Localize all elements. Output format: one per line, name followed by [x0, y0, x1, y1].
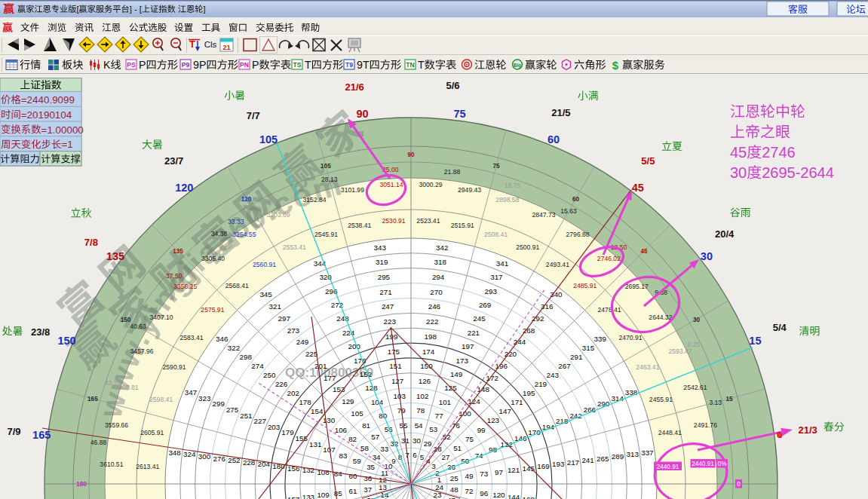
svg-text:147: 147	[499, 407, 511, 415]
svg-text:2593.47: 2593.47	[668, 347, 692, 355]
svg-text:169: 169	[537, 462, 549, 470]
svg-text:53: 53	[429, 425, 437, 433]
svg-text:2898.58: 2898.58	[495, 196, 519, 204]
svg-text:2515.91: 2515.91	[451, 222, 474, 229]
svg-text:251: 251	[240, 412, 252, 420]
svg-text:33: 33	[380, 445, 388, 453]
svg-text:27: 27	[441, 453, 449, 461]
svg-text:T9: T9	[345, 61, 353, 69]
svg-text:2746.02: 2746.02	[597, 255, 621, 262]
svg-text:224: 224	[342, 329, 355, 337]
svg-text:34: 34	[373, 453, 381, 461]
svg-text:176: 176	[354, 357, 367, 365]
svg-text:322: 322	[228, 344, 240, 352]
svg-text:Big: Big	[514, 63, 522, 69]
svg-text:171: 171	[511, 398, 523, 406]
svg-text:54: 54	[415, 421, 423, 430]
svg-text:]: ]	[203, 5, 205, 14]
svg-text:219: 219	[535, 380, 547, 388]
svg-text:2644.32: 2644.32	[649, 314, 672, 321]
svg-text:21/5: 21/5	[551, 107, 570, 118]
svg-text:340: 340	[550, 290, 563, 298]
svg-text:2523.41: 2523.41	[416, 217, 440, 225]
svg-text:0: 0	[737, 481, 741, 488]
svg-text:2440.91: 2440.91	[692, 461, 714, 467]
svg-text:198: 198	[425, 332, 437, 341]
svg-text:339: 339	[594, 335, 606, 343]
svg-text:135: 135	[173, 248, 183, 255]
svg-text:203: 203	[268, 423, 281, 431]
svg-text:178: 178	[299, 398, 311, 406]
svg-text:2440.91: 2440.91	[657, 464, 679, 470]
svg-text:15: 15	[749, 335, 761, 347]
svg-text:120: 120	[241, 196, 252, 203]
svg-text:90: 90	[356, 108, 368, 120]
svg-text:317: 317	[490, 273, 502, 281]
svg-text:97: 97	[495, 468, 503, 476]
svg-text:3152.84: 3152.84	[303, 196, 327, 204]
svg-text:21/6: 21/6	[345, 81, 364, 93]
svg-text:9P: 9P	[193, 59, 206, 71]
svg-text:45: 45	[632, 182, 644, 194]
svg-text:150: 150	[57, 335, 75, 347]
svg-text:2491.76: 2491.76	[694, 421, 717, 429]
svg-text:133: 133	[302, 493, 315, 499]
svg-text:267: 267	[558, 362, 570, 370]
svg-text:15: 15	[726, 396, 734, 403]
svg-text:299: 299	[213, 400, 225, 408]
svg-text:289: 289	[612, 452, 624, 461]
svg-text:297: 297	[278, 314, 290, 323]
svg-text:=20190104: =20190104	[21, 109, 72, 121]
svg-text:3254.55: 3254.55	[232, 231, 256, 238]
svg-text:180: 180	[76, 481, 87, 488]
svg-text:109: 109	[317, 491, 329, 499]
svg-text:35: 35	[367, 463, 375, 471]
svg-text:126: 126	[419, 377, 431, 385]
svg-text:$: $	[612, 59, 619, 72]
svg-text:246: 246	[428, 302, 441, 311]
svg-text:7/7: 7/7	[247, 110, 260, 121]
svg-text:PN: PN	[240, 61, 249, 69]
svg-text:=1: =1	[61, 139, 72, 150]
svg-text:2746: 2746	[762, 144, 795, 161]
svg-text:321: 321	[269, 302, 281, 311]
svg-text:165: 165	[32, 429, 51, 441]
svg-text:265: 265	[597, 455, 609, 463]
svg-text:2542.61: 2542.61	[683, 384, 707, 391]
svg-text:168: 168	[523, 495, 535, 499]
svg-text:99: 99	[477, 426, 486, 434]
svg-text:200: 200	[348, 342, 361, 351]
svg-text:57: 57	[371, 433, 379, 441]
svg-text:2847.73: 2847.73	[532, 211, 555, 219]
svg-text:45: 45	[640, 248, 648, 255]
svg-text:] - [: ] - [	[130, 5, 143, 14]
svg-text:348: 348	[168, 448, 181, 457]
svg-text:201: 201	[314, 362, 327, 370]
svg-text:135: 135	[106, 250, 124, 262]
svg-text:275: 275	[226, 406, 239, 414]
svg-text:7/8: 7/8	[84, 237, 98, 248]
svg-text:82: 82	[348, 435, 357, 443]
svg-text:5/6: 5/6	[446, 80, 459, 91]
svg-text:83: 83	[339, 452, 347, 460]
svg-text:193: 193	[552, 460, 565, 468]
svg-text:2796.88: 2796.88	[566, 231, 590, 238]
svg-text:81: 81	[362, 421, 370, 430]
svg-text:48: 48	[450, 485, 459, 494]
svg-text:221: 221	[468, 329, 480, 337]
svg-text:96: 96	[480, 489, 488, 497]
svg-text:3000.29: 3000.29	[419, 181, 442, 188]
svg-text:73: 73	[480, 470, 488, 478]
svg-text:PS: PS	[127, 61, 136, 69]
svg-text:3203.69: 3203.69	[266, 211, 290, 219]
svg-text:46.88: 46.88	[90, 439, 107, 446]
svg-text:49: 49	[465, 472, 474, 480]
svg-text:2493.41: 2493.41	[546, 261, 569, 268]
svg-text:223: 223	[384, 317, 397, 326]
svg-text:6: 6	[413, 451, 417, 459]
svg-text:270: 270	[430, 288, 443, 296]
svg-text:34.38: 34.38	[211, 230, 228, 237]
svg-text:124: 124	[468, 397, 480, 406]
svg-text:2605.91: 2605.91	[140, 429, 164, 436]
svg-text:24: 24	[435, 483, 443, 491]
